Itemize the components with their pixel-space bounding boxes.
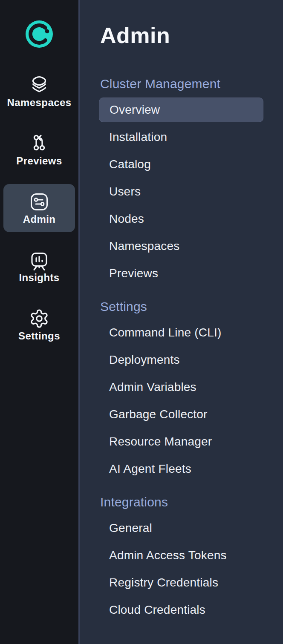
rail-item-previews[interactable]: Previews	[3, 126, 75, 174]
side-rail: NamespacesPreviewsAdminInsightsSettings	[0, 0, 78, 644]
admin-sliders-icon	[29, 192, 49, 212]
rail-item-label: Settings	[18, 331, 60, 341]
menu-item-resource-manager[interactable]: Resource Manager	[99, 429, 263, 454]
menu-item-garbage-collector[interactable]: Garbage Collector	[99, 402, 263, 427]
section-integrations: IntegrationsGeneralAdmin Access TokensRe…	[99, 495, 263, 622]
layers-icon	[29, 75, 49, 95]
menu-item-general[interactable]: General	[99, 516, 263, 540]
section-settings: SettingsCommand Line (CLI)DeploymentsAdm…	[99, 299, 263, 481]
rail-item-insights[interactable]: Insights	[3, 242, 75, 290]
app-window: NamespacesPreviewsAdminInsightsSettings …	[0, 0, 283, 644]
menu-item-nodes[interactable]: Nodes	[99, 207, 263, 231]
section-items: GeneralAdmin Access TokensRegistry Crede…	[99, 516, 263, 622]
preview-branches-icon	[29, 133, 49, 154]
section-heading: Integrations	[99, 495, 263, 509]
section-cluster-management: Cluster ManagementOverviewInstallationCa…	[99, 77, 263, 286]
section-heading: Settings	[99, 299, 263, 314]
menu-item-command-line-cli[interactable]: Command Line (CLI)	[99, 320, 263, 345]
menu-item-overview[interactable]: Overview	[99, 98, 263, 122]
panel-sections: Cluster ManagementOverviewInstallationCa…	[99, 77, 263, 622]
insights-chart-icon	[29, 250, 49, 270]
rail-item-settings[interactable]: Settings	[3, 301, 75, 349]
menu-item-deployments[interactable]: Deployments	[99, 348, 263, 372]
rail-item-label: Namespaces	[7, 98, 72, 108]
menu-item-cloud-credentials[interactable]: Cloud Credentials	[99, 598, 263, 622]
menu-item-previews[interactable]: Previews	[99, 261, 263, 286]
rail-item-label: Insights	[19, 273, 59, 283]
gear-icon	[29, 308, 49, 329]
rail-item-namespaces[interactable]: Namespaces	[3, 67, 75, 115]
rail-item-admin[interactable]: Admin	[3, 184, 75, 232]
menu-item-installation[interactable]: Installation	[99, 125, 263, 150]
section-items: OverviewInstallationCatalogUsersNodesNam…	[99, 98, 263, 286]
menu-item-catalog[interactable]: Catalog	[99, 152, 263, 177]
rail-nav: NamespacesPreviewsAdminInsightsSettings	[0, 67, 78, 349]
admin-nav-panel: Admin Cluster ManagementOverviewInstalla…	[78, 0, 283, 644]
rail-item-label: Previews	[16, 156, 62, 166]
menu-item-admin-access-tokens[interactable]: Admin Access Tokens	[99, 543, 263, 568]
menu-item-ai-agent-fleets[interactable]: AI Agent Fleets	[99, 457, 263, 481]
page-title: Admin	[99, 24, 263, 46]
rail-item-label: Admin	[23, 214, 56, 224]
menu-item-admin-variables[interactable]: Admin Variables	[99, 375, 263, 400]
menu-item-registry-credentials[interactable]: Registry Credentials	[99, 570, 263, 595]
menu-item-namespaces[interactable]: Namespaces	[99, 234, 263, 259]
section-heading: Cluster Management	[99, 77, 263, 91]
brand-logo-icon[interactable]	[26, 20, 53, 48]
section-items: Command Line (CLI)DeploymentsAdmin Varia…	[99, 320, 263, 481]
menu-item-users[interactable]: Users	[99, 179, 263, 204]
